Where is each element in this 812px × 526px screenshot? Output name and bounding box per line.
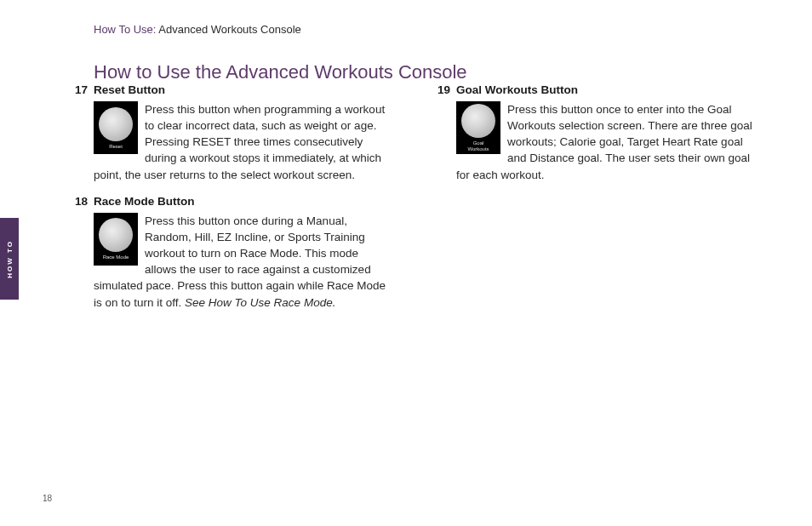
column-2: 19 Goal Workouts Button Goal Workouts Pr… [437, 83, 756, 323]
item-heading: Reset Button [94, 83, 165, 96]
breadcrumb-current: Advanced Workouts Console [156, 23, 300, 36]
item-18: 18 Race Mode Button Race Mode Press this… [75, 195, 393, 311]
goal-workouts-button-icon: Goal Workouts [456, 101, 500, 154]
ball-icon [99, 218, 133, 252]
race-mode-button-icon: Race Mode [94, 213, 138, 266]
item-text: Press this button once to enter into the… [456, 103, 752, 181]
item-heading-row: 18 Race Mode Button [75, 195, 393, 208]
side-tab-label: HOW TO [6, 240, 14, 278]
reset-button-icon: Reset [94, 101, 138, 154]
breadcrumb-prefix: How To Use: [94, 23, 156, 36]
item-19: 19 Goal Workouts Button Goal Workouts Pr… [437, 83, 756, 183]
icon-label: Race Mode [103, 254, 129, 260]
side-tab: HOW TO [0, 218, 19, 300]
page-number: 18 [43, 494, 52, 503]
item-body: Race Mode Press this button once during … [75, 213, 393, 311]
page-title: How to Use the Advanced Workouts Console [94, 61, 467, 83]
item-body: Reset Press this button when programming… [75, 101, 393, 183]
item-heading-row: 19 Goal Workouts Button [437, 83, 756, 96]
icon-label: Reset [109, 144, 123, 150]
item-number: 19 [437, 83, 456, 96]
item-heading: Goal Workouts Button [456, 83, 578, 96]
item-number: 17 [75, 83, 94, 96]
item-heading-row: 17 Reset Button [75, 83, 393, 96]
column-1: 17 Reset Button Reset Press this button … [75, 83, 393, 323]
item-body: Goal Workouts Press this button once to … [437, 101, 756, 183]
item-heading: Race Mode Button [94, 195, 195, 208]
content-columns: 17 Reset Button Reset Press this button … [75, 83, 756, 323]
item-number: 18 [75, 195, 94, 208]
ball-icon [99, 107, 133, 141]
item-17: 17 Reset Button Reset Press this button … [75, 83, 393, 183]
ball-icon [461, 104, 495, 138]
breadcrumb: How To Use: Advanced Workouts Console [94, 24, 301, 35]
icon-label: Goal Workouts [467, 140, 489, 152]
item-italic: See How To Use Race Mode. [185, 296, 335, 309]
